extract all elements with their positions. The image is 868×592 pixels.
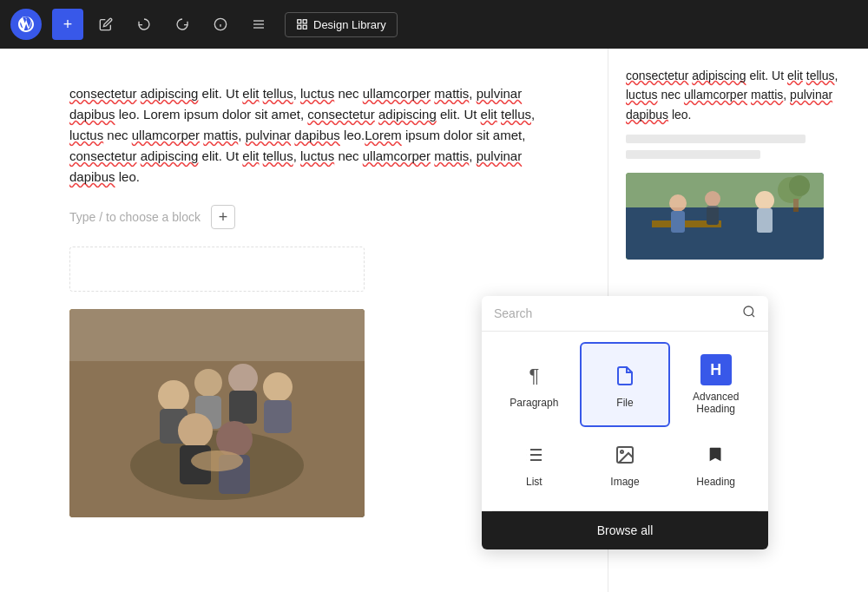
redo-button[interactable] <box>167 9 198 40</box>
block-search-input[interactable] <box>494 306 735 320</box>
block-item-paragraph[interactable]: ¶ Paragraph <box>489 342 580 427</box>
svg-point-48 <box>621 451 623 453</box>
heading-bookmark-icon <box>700 439 732 470</box>
svg-point-14 <box>194 369 222 397</box>
svg-rect-25 <box>69 309 365 361</box>
wp-logo-button[interactable] <box>10 9 42 40</box>
block-popup: ¶ Paragraph File H Advanced Heading <box>482 296 768 549</box>
svg-point-18 <box>263 372 293 402</box>
design-library-button[interactable]: Design Library <box>285 12 398 37</box>
svg-point-24 <box>191 451 243 471</box>
empty-block <box>69 247 365 292</box>
svg-rect-19 <box>264 400 292 433</box>
file-icon <box>609 360 641 391</box>
svg-rect-6 <box>298 20 301 23</box>
block-grid: ¶ Paragraph File H Advanced Heading <box>482 332 768 510</box>
block-item-image[interactable]: Image <box>580 427 671 500</box>
block-placeholder-text: Type / to choose a block <box>69 210 201 224</box>
toolbar: + Design Library <box>0 0 868 49</box>
block-item-file[interactable]: File <box>580 342 671 427</box>
block-item-heading[interactable]: Heading <box>670 427 761 500</box>
search-icon <box>742 305 756 322</box>
image-icon <box>609 439 641 470</box>
undo-button[interactable] <box>128 9 160 40</box>
edit-button[interactable] <box>90 9 122 40</box>
sidebar-placeholder-line-1 <box>626 135 806 143</box>
list-icon <box>518 439 549 470</box>
block-item-advanced-heading[interactable]: H Advanced Heading <box>670 342 761 427</box>
image-label: Image <box>610 476 639 488</box>
list-view-button[interactable] <box>243 9 274 40</box>
svg-rect-9 <box>303 25 306 29</box>
team-photo-image <box>69 309 365 517</box>
block-inserter[interactable]: Type / to choose a block + <box>69 205 538 229</box>
svg-rect-38 <box>626 173 824 207</box>
heading-label: Heading <box>696 476 735 488</box>
paragraph-icon: ¶ <box>518 360 549 391</box>
inline-add-button[interactable]: + <box>211 205 235 229</box>
block-search-container <box>482 296 768 332</box>
file-label: File <box>616 397 633 409</box>
list-label: List <box>526 476 542 488</box>
svg-point-12 <box>158 380 189 411</box>
paragraph-label: Paragraph <box>510 397 558 409</box>
add-block-button[interactable]: + <box>52 9 83 40</box>
svg-line-40 <box>752 314 754 317</box>
block-item-list[interactable]: List <box>489 427 580 500</box>
design-library-label: Design Library <box>313 18 386 31</box>
editor-body-text: consectetur adipiscing elit. Ut elit tel… <box>69 83 538 187</box>
svg-rect-8 <box>298 25 301 29</box>
svg-rect-7 <box>303 20 306 23</box>
sidebar-body-text: consectetur adipiscing elit. Ut elit tel… <box>626 66 851 124</box>
svg-rect-30 <box>671 211 685 233</box>
svg-point-39 <box>744 306 753 316</box>
svg-rect-34 <box>757 208 773 233</box>
svg-point-20 <box>178 413 213 448</box>
advanced-heading-icon: H <box>700 354 732 385</box>
main-area: consectetur adipiscing elit. Ut elit tel… <box>0 49 868 592</box>
browse-all-button[interactable]: Browse all <box>482 511 768 549</box>
office-photo-image <box>626 173 824 260</box>
svg-rect-32 <box>707 206 719 225</box>
info-button[interactable] <box>205 9 236 40</box>
svg-rect-27 <box>626 207 824 260</box>
svg-rect-17 <box>229 391 257 424</box>
advanced-heading-label: Advanced Heading <box>679 391 753 415</box>
svg-point-16 <box>228 364 258 393</box>
sidebar-placeholder-line-2 <box>626 150 760 159</box>
